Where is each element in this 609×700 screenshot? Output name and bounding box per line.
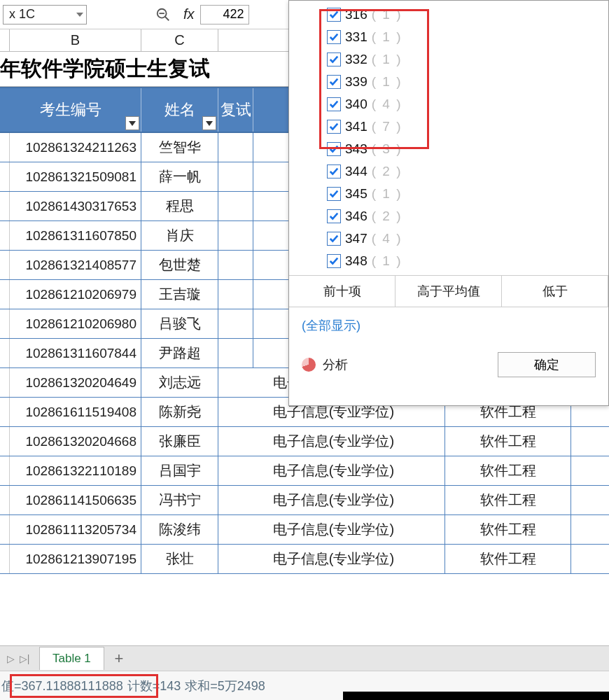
cell-name[interactable]: 王吉璇 (141, 280, 218, 309)
cell-name[interactable]: 薛一帆 (141, 162, 218, 191)
cell-name[interactable]: 肖庆 (141, 221, 218, 250)
row-gutter[interactable] (0, 339, 10, 368)
checkbox-icon[interactable] (327, 97, 341, 111)
cell-id[interactable]: 102861611519408 (10, 398, 141, 426)
filter-option[interactable]: 331( 1 ) (327, 26, 608, 48)
cell-id[interactable]: 102861320204668 (10, 427, 141, 456)
cell-name[interactable]: 刘志远 (141, 368, 218, 397)
cell-major[interactable] (218, 280, 253, 309)
header-id[interactable]: 考生编号 (0, 88, 141, 132)
cell-major[interactable] (218, 192, 253, 220)
checkbox-icon[interactable] (327, 254, 341, 268)
name-box[interactable]: x 1C (3, 5, 87, 24)
checkbox-icon[interactable] (327, 8, 341, 22)
cell-id[interactable]: 102861210206979 (10, 280, 141, 309)
cell-id[interactable]: 102861210206980 (10, 309, 141, 338)
filter-show-all-link[interactable]: (全部显示) (289, 307, 608, 344)
cell-name[interactable]: 陈浚纬 (141, 515, 218, 544)
cell-name[interactable]: 程思 (141, 192, 218, 220)
table-row[interactable]: 102861113205734陈浚纬电子信息(专业学位)软件工程 (0, 515, 609, 545)
tab-scroll-right-icon[interactable]: ▷ (4, 650, 17, 667)
cell-name[interactable]: 张壮 (141, 545, 218, 573)
checkbox-icon[interactable] (327, 232, 341, 246)
cell-id[interactable]: 102861430317653 (10, 192, 141, 220)
checkbox-icon[interactable] (327, 164, 341, 178)
filter-option[interactable]: 344( 2 ) (327, 160, 608, 183)
cell-name[interactable]: 包世楚 (141, 251, 218, 279)
cell-id[interactable]: 102861324211263 (10, 133, 141, 162)
cell-major[interactable] (218, 309, 253, 338)
checkbox-icon[interactable] (327, 142, 341, 156)
filter-option[interactable]: 332( 1 ) (327, 48, 608, 71)
cell-name[interactable]: 吕国宇 (141, 456, 218, 485)
row-gutter-header[interactable] (0, 29, 10, 51)
filter-button-name[interactable] (202, 116, 216, 130)
checkbox-icon[interactable] (327, 30, 341, 44)
row-gutter[interactable] (0, 280, 10, 309)
filter-button-id[interactable] (125, 116, 139, 130)
chevron-down-icon[interactable] (76, 13, 83, 17)
row-gutter[interactable] (0, 398, 10, 426)
column-header-c[interactable]: C (141, 29, 218, 51)
cell-major[interactable]: 电子信息(专业学位) (218, 456, 445, 485)
filter-option[interactable]: 345( 1 ) (327, 183, 608, 205)
filter-option[interactable]: 316( 1 ) (327, 4, 608, 26)
cell-program[interactable]: 软件工程 (445, 545, 571, 573)
row-gutter[interactable] (0, 545, 10, 573)
column-header-b[interactable]: B (10, 29, 141, 51)
table-row[interactable]: 102861322110189吕国宇电子信息(专业学位)软件工程 (0, 456, 609, 486)
row-gutter[interactable] (0, 515, 10, 544)
cell-major[interactable]: 电子信息(专业学位) (218, 427, 445, 456)
cell-name[interactable]: 尹路超 (141, 339, 218, 368)
cell-id[interactable]: 102861213907195 (10, 545, 141, 573)
cell-major[interactable] (218, 339, 253, 368)
filter-options-list[interactable]: 316( 1 )331( 1 )332( 1 )339( 1 )340( 4 )… (289, 1, 608, 275)
checkbox-icon[interactable] (327, 187, 341, 201)
header-name[interactable]: 姓名 (141, 88, 218, 132)
fx-label[interactable]: fx (183, 6, 195, 22)
cell-id[interactable]: 102861321509081 (10, 162, 141, 191)
filter-option[interactable]: 341( 7 ) (327, 115, 608, 138)
row-gutter[interactable] (0, 456, 10, 485)
filter-option[interactable]: 346( 2 ) (327, 205, 608, 227)
checkbox-icon[interactable] (327, 75, 341, 89)
row-gutter[interactable] (0, 162, 10, 191)
filter-option[interactable]: 339( 1 ) (327, 71, 608, 93)
cell-program[interactable]: 软件工程 (445, 486, 571, 514)
cell-name[interactable]: 张廉臣 (141, 427, 218, 456)
row-gutter[interactable] (0, 368, 10, 397)
ok-button[interactable]: 确定 (498, 352, 596, 377)
cell-major[interactable]: 电子信息(专业学位) (218, 486, 445, 514)
formula-input[interactable] (200, 5, 249, 24)
row-gutter[interactable] (0, 221, 10, 250)
cell-major[interactable] (218, 133, 253, 162)
row-gutter[interactable] (0, 486, 10, 514)
table-row[interactable]: 102861213907195张壮电子信息(专业学位)软件工程 (0, 545, 609, 574)
filter-option[interactable]: 348( 1 ) (327, 250, 608, 272)
add-sheet-button[interactable]: + (108, 648, 130, 669)
cell-name[interactable]: 竺智华 (141, 133, 218, 162)
table-row[interactable]: 102861141506635冯书宁电子信息(专业学位)软件工程 (0, 486, 609, 515)
checkbox-icon[interactable] (327, 209, 341, 223)
cell-major[interactable] (218, 162, 253, 191)
filter-option[interactable]: 347( 4 ) (327, 227, 608, 250)
cell-major[interactable] (218, 221, 253, 250)
filter-option[interactable]: 340( 4 ) (327, 93, 608, 115)
cell-name[interactable]: 冯书宁 (141, 486, 218, 514)
checkbox-icon[interactable] (327, 120, 341, 134)
row-gutter[interactable] (0, 309, 10, 338)
cell-id[interactable]: 102861141506635 (10, 486, 141, 514)
sheet-tab-table1[interactable]: Table 1 (39, 647, 104, 670)
row-gutter[interactable] (0, 192, 10, 220)
header-retest[interactable]: 复试 (218, 88, 253, 132)
cell-name[interactable]: 吕骏飞 (141, 309, 218, 338)
table-row[interactable]: 102861320204668张廉臣电子信息(专业学位)软件工程 (0, 427, 609, 456)
cell-program[interactable]: 软件工程 (445, 515, 571, 544)
tab-scroll-end-icon[interactable]: ▷| (18, 650, 31, 667)
cell-program[interactable]: 软件工程 (445, 427, 571, 456)
filter-tab-above-avg[interactable]: 高于平均值 (396, 276, 502, 307)
filter-option[interactable]: 343( 3 ) (327, 138, 608, 160)
cell-id[interactable]: 102861320204649 (10, 368, 141, 397)
cell-major[interactable]: 电子信息(专业学位) (218, 515, 445, 544)
cell-id[interactable]: 102861311607850 (10, 221, 141, 250)
